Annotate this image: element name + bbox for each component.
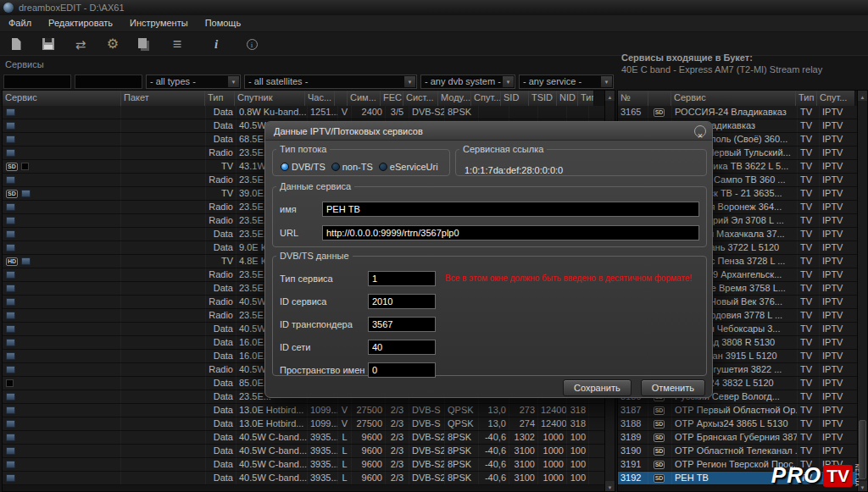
name-field-row: имя — [280, 202, 699, 217]
menu-file[interactable]: Файл — [0, 15, 40, 30]
column-header[interactable]: Спут... — [470, 91, 501, 106]
toolbar-list-button[interactable] — [164, 34, 190, 54]
table-row[interactable]: 3165SDРОССИЯ-24 ВладикавказTVIPTV — [618, 106, 857, 119]
column-header[interactable]: № — [618, 91, 648, 106]
filter-service-combo[interactable]: - any service - — [519, 75, 614, 89]
column-header[interactable]: Сервис — [670, 91, 796, 106]
toolbar-copy-button[interactable] — [132, 34, 158, 54]
table-row[interactable]: Data40.5W C-band...3935...L96002/3DVB-S2… — [3, 431, 604, 445]
service-url-input[interactable] — [322, 225, 699, 240]
cell: Radio — [206, 363, 236, 376]
cell: IPTV — [820, 363, 857, 376]
cell: IPTV — [820, 228, 857, 240]
service-icon — [6, 230, 15, 238]
column-header[interactable]: Сист... — [403, 91, 438, 106]
namespace-input[interactable] — [368, 362, 436, 378]
scroll-up-icon[interactable] — [605, 91, 615, 101]
filter-satellite-combo[interactable]: - all satellites - — [244, 75, 417, 89]
cell: IPTV — [820, 174, 857, 186]
menu-tools[interactable]: Инструменты — [121, 15, 197, 30]
cell: Radio — [206, 309, 236, 322]
cell: 40.5W C-band... — [236, 472, 308, 484]
toolbar-info-button[interactable] — [203, 34, 229, 54]
table-row[interactable]: Data0.8W Ku-band...1251...V24003/5DVB-S2… — [3, 106, 604, 119]
quality-badge: HD — [6, 257, 18, 266]
scrollbar-thumb[interactable] — [859, 420, 866, 479]
scroll-down-icon[interactable] — [605, 481, 615, 491]
service-id-input[interactable] — [368, 294, 436, 309]
cell: V — [338, 417, 352, 430]
column-header[interactable] — [648, 91, 671, 106]
column-header[interactable]: Тип — [204, 91, 235, 106]
column-header[interactable]: TSID — [528, 91, 557, 106]
field-row: Тип сервисаВсе в этом окне должно быть в… — [280, 271, 699, 286]
service-type-input[interactable] — [368, 271, 436, 286]
toolbar-about-button[interactable] — [239, 34, 264, 54]
table-row[interactable]: 3190SDОТР Областной Телеканал ...TVIPTV — [618, 445, 857, 458]
cell: -40,6 — [479, 445, 509, 457]
toolbar-new-document-button[interactable] — [3, 34, 29, 54]
cell: 27500 — [352, 417, 386, 430]
column-header[interactable] — [334, 91, 348, 106]
toolbar-save-button[interactable] — [36, 34, 61, 54]
service-icon — [6, 352, 15, 360]
menu-edit[interactable]: Редактировать — [40, 15, 121, 30]
service-icon — [6, 135, 15, 143]
table-row[interactable]: Data13.0E Hotbird...1099...V275002/3DVB-… — [3, 404, 604, 417]
scroll-up-icon[interactable] — [858, 91, 867, 101]
dialog-title-bar[interactable]: Данные IPTV/Потоковых сервисов — [265, 122, 712, 141]
cell: 27500 — [352, 404, 386, 417]
cell: L — [338, 431, 352, 444]
column-header[interactable]: Час... — [304, 91, 335, 106]
service-cell — [3, 323, 121, 335]
table-row[interactable]: 3188SDОТР Архыз24 3865 L 5130TVIPTV — [618, 417, 857, 431]
column-header[interactable]: Спутник — [234, 91, 305, 106]
toolbar-settings-button[interactable] — [100, 34, 125, 54]
stream-type-radio-2[interactable]: eServiceUri — [379, 162, 438, 172]
package-filter-input[interactable] — [75, 75, 142, 89]
table-row[interactable]: Data40.5W C-band...3935...L96002/3DVB-S2… — [3, 458, 604, 472]
column-header[interactable]: SID — [500, 91, 529, 106]
cell: Radio — [206, 214, 236, 227]
column-header[interactable]: FEC — [380, 91, 403, 106]
cell: 40.5W C-band... — [236, 431, 308, 444]
save-button[interactable]: Сохранить — [563, 379, 632, 396]
transponder-id-input[interactable] — [368, 317, 436, 332]
service-name-input[interactable] — [322, 202, 699, 217]
menu-help[interactable]: Помощь — [197, 15, 250, 30]
table-row[interactable]: Data13.0E Hotbird...1099...V275002/3DVB-… — [3, 417, 604, 431]
stream-type-radio-0[interactable]: DVB/TS — [281, 162, 326, 172]
table-row[interactable]: 3187SDОТР Первый Областной Ор...TVIPTV — [618, 404, 857, 417]
service-icon — [6, 108, 15, 116]
cell: 3935... — [308, 431, 338, 444]
column-header[interactable]: Тип — [577, 91, 594, 106]
service-cell — [3, 377, 121, 390]
column-header[interactable]: Спут... — [816, 91, 855, 106]
column-header[interactable]: Сим... — [347, 91, 381, 106]
badge-cell: SD — [648, 472, 672, 484]
column-header[interactable]: Тип — [795, 91, 817, 106]
network-id-input[interactable] — [368, 340, 436, 355]
column-header[interactable]: Моду... — [437, 91, 471, 106]
menu-bar: ФайлРедактироватьИнструментыПомощь — [0, 15, 868, 32]
column-header[interactable]: NID — [556, 91, 578, 106]
cell: IPTV — [820, 187, 857, 200]
column-header[interactable]: Пакет — [120, 91, 205, 106]
filter-dvb-system-combo[interactable]: - any dvb system - — [420, 75, 515, 89]
window-title: dreamboxEDIT - D:\AX61 — [19, 3, 125, 13]
stream-type-options: DVB/TSnon-TSeServiceUri — [275, 162, 449, 172]
cancel-button[interactable]: Отменить — [641, 379, 705, 396]
cell — [121, 174, 206, 186]
toolbar-transfer-button[interactable] — [68, 34, 93, 54]
close-icon[interactable] — [694, 125, 706, 137]
stream-type-radio-1[interactable]: non-TS — [331, 162, 373, 172]
bouquet-scrollbar[interactable] — [857, 91, 867, 491]
cell: TV — [206, 255, 236, 268]
table-row[interactable]: Data40.5W C-band...3935...L96002/3DVB-S2… — [3, 472, 604, 485]
cell: TV — [798, 445, 820, 457]
filter-type-combo[interactable]: - all types - — [146, 75, 241, 89]
service-filter-input[interactable] — [3, 75, 71, 89]
table-row[interactable]: 3189SDОТР Брянская Губерния 387...TVIPTV — [618, 431, 857, 445]
column-header[interactable]: Сервис — [3, 91, 121, 106]
table-row[interactable]: Data40.5W C-band...3935...L96002/3DVB-S2… — [3, 445, 604, 458]
